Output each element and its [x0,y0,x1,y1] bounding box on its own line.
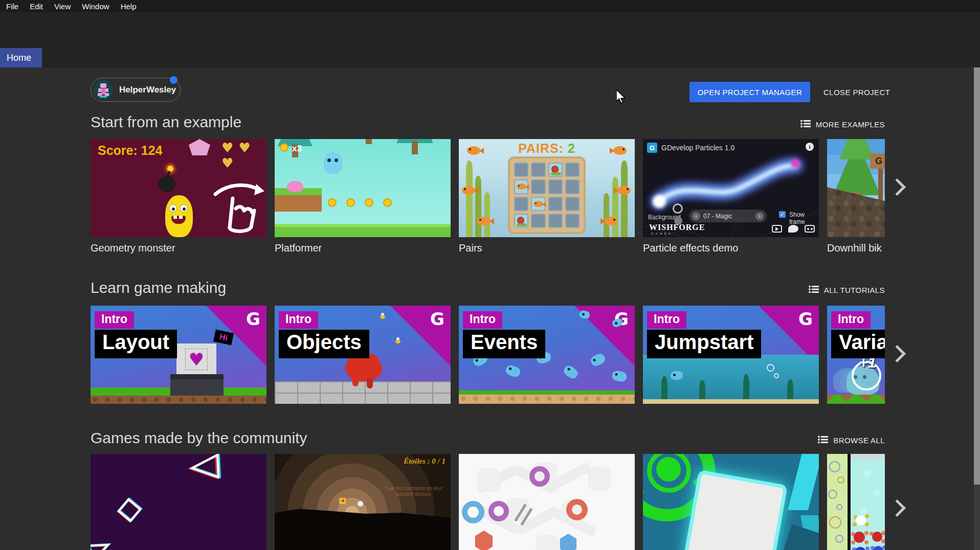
score-text: Score: 124 [98,143,162,158]
divider [848,454,851,550]
bomb [158,176,175,192]
examples-row: Score: 124 ♥ ♥ ♥ [91,139,885,237]
player-ball-sprite [358,501,363,507]
editor-window: ♥ [176,343,216,375]
close-project-button[interactable]: CLOSE PROJECT [816,82,897,102]
spiky-ground [827,395,885,404]
menu-help[interactable]: Help [121,2,137,11]
demo-title: GDevelop Particles 1.0 [661,144,734,152]
example-card-geometry-monster[interactable]: Score: 124 ♥ ♥ ♥ [91,139,266,237]
card-label[interactable]: Downhill bik [827,242,882,254]
card-label[interactable]: Platformer [275,242,322,254]
scrollbar-track[interactable] [974,12,980,550]
red-hex [474,531,494,550]
tutorial-card-events[interactable]: G Intro Events [459,306,635,404]
blue-hex [559,534,577,550]
community-card-molecules[interactable] [827,454,885,550]
list-icon [800,120,811,129]
brick-wall [275,381,451,404]
tutorial-title: Events [463,330,545,358]
gdevelop-logo-icon: G [246,309,260,329]
purple-ring [529,466,550,487]
stars-counter: Étoiles : 0 / 1 [404,457,446,466]
wishforge-sub: GAMES [651,232,673,235]
heart-sprite: ♥ [185,349,208,370]
community-card-night-platformer[interactable]: Étoiles : 0 / 1 Tuer les monstres en leu… [275,454,451,550]
scrollbar-thumb[interactable] [974,12,980,485]
all-tutorials-button[interactable]: ALL TUTORIALS [809,285,885,295]
dirt [91,396,266,404]
show-frame-label: Show frame [789,211,819,225]
community-next-chevron-icon[interactable] [888,499,906,517]
neon-shapes [91,454,266,550]
tutorials-section-title: Learn game making [91,279,226,296]
twitter-icon [788,225,798,233]
gdevelop-window: File Edit View Window Help [0,0,980,550]
water [643,355,819,404]
tutorials-next-chevron-icon[interactable] [888,345,906,362]
info-icon: i [806,143,814,151]
card-label[interactable]: Geometry monster [91,242,175,254]
menu-view[interactable]: View [54,2,71,11]
menu-file[interactable]: File [6,2,18,11]
blue-ring [462,501,484,523]
card-label[interactable]: Particle effects demo [643,242,738,254]
example-card-particle-effects[interactable]: G GDevelop Particles 1.0 i Background ‹ … [643,139,819,237]
menu-edit[interactable]: Edit [30,2,43,11]
swipe-hand-icon [212,179,265,235]
green-ring-core [656,457,681,482]
more-examples-label: MORE EXAMPLES [816,120,885,129]
tutorial-title: Objects [279,330,369,358]
gdevelop-logo-icon: G [647,143,657,153]
list-icon [818,436,828,445]
preset-name: 07 - Magic [703,213,732,220]
hearts-icon: ♥ ♥ ♥ [221,140,266,171]
open-project-manager-button[interactable]: OPEN PROJECT MANAGER [689,82,810,102]
next-icon: › [755,212,764,220]
browse-all-button[interactable]: BROWSE ALL [818,436,885,445]
hint-text: Tuer les monstres en leur sautant dessus [383,486,443,497]
tab-home-label: Home [7,53,31,63]
example-card-pairs[interactable]: PAIRS: 2 [459,139,635,237]
tab-bar: Home [0,48,980,67]
gdevelop-logo-icon: G [798,309,813,329]
avatar [94,80,113,100]
list-icon [809,285,819,295]
toolbar [0,12,980,48]
menu-window[interactable]: Window [82,2,109,11]
community-card-loops[interactable] [643,454,819,550]
pink-blob-sprite [287,181,303,192]
all-tutorials-label: ALL TUTORIALS [824,286,885,294]
tutorial-title: Jumpstart [647,330,761,358]
left-panel [827,454,848,550]
community-card-hexagons[interactable] [459,454,635,550]
tab-home[interactable]: Home [0,48,42,67]
preset-selector: ‹ 07 - Magic › [689,210,767,222]
card-label[interactable]: Pairs [459,242,482,254]
examples-next-chevron-icon[interactable] [888,178,906,196]
example-card-downhill[interactable]: G [827,139,885,237]
sand [459,395,635,404]
tutorial-card-objects[interactable]: G Intro Objects [275,306,451,404]
example-card-platformer[interactable]: x3 [275,139,451,237]
ground-platform [275,224,451,237]
tutorial-card-jumpstart[interactable]: G Intro Jumpstart [643,306,819,404]
player-sprite [324,152,342,174]
mouse-cursor-icon [616,89,628,104]
tutorial-card-layout[interactable]: G ♥ Hi Intro Layout [91,306,266,404]
intro-tag: Intro [95,311,134,329]
flag-sprite [339,498,346,504]
intro-tag: Intro [463,311,502,329]
pentagon-shape [189,139,210,155]
tutorial-card-variables[interactable]: G +1 Intro Variab [827,306,885,404]
monster-sprite [165,195,193,237]
wishforge-logo: WISHFORGE [649,223,705,232]
show-frame-checkbox: ✓ [779,211,786,218]
youtube-icon [772,225,782,233]
user-profile-chip[interactable]: HelperWesley [91,78,181,102]
more-examples-button[interactable]: MORE EXAMPLES [800,120,885,129]
username: HelperWesley [119,85,176,95]
community-card-neon-shapes[interactable] [91,454,266,550]
background-toggle-1 [673,203,683,214]
pairs-board [508,156,586,234]
